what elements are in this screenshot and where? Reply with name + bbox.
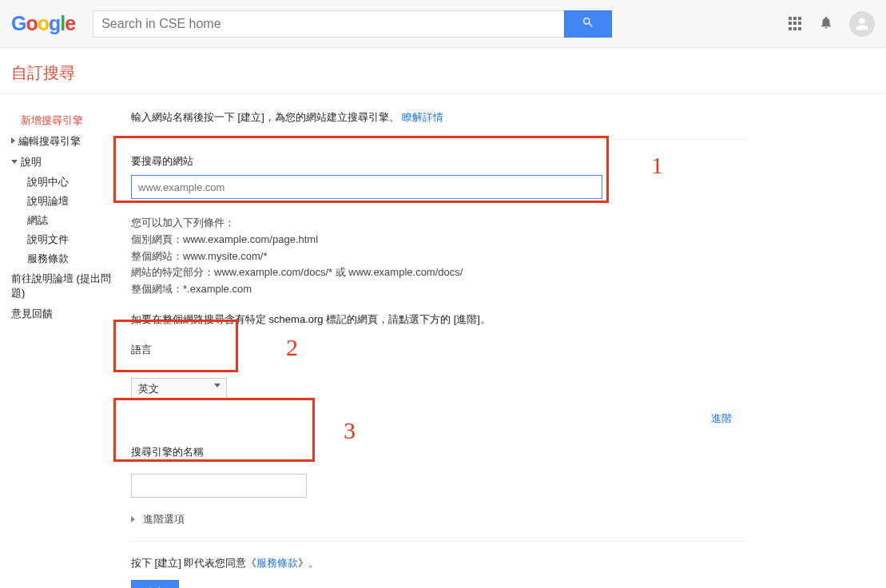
name-input[interactable] [131, 474, 307, 498]
language-label: 語言 [131, 343, 748, 357]
search-icon [582, 16, 594, 31]
intro: 輸入網站名稱後按一下 [建立]，為您的網站建立搜尋引擎。 瞭解詳情 [131, 110, 748, 125]
notifications-icon[interactable] [819, 15, 833, 32]
advanced-link[interactable]: 進階 [711, 411, 732, 426]
main: 輸入網站名稱後按一下 [建立]，為您的網站建立搜尋引擎。 瞭解詳情 要搜尋的網站… [120, 94, 759, 588]
annotation-num-2: 2 [286, 334, 298, 361]
condition-2: 網站的特定部分：www.example.com/docs/* 或 www.exa… [131, 264, 748, 281]
tos-line: 按下 [建立] 即代表您同意《服務條款》。 [131, 556, 748, 570]
header-right [789, 11, 875, 37]
sites-input[interactable] [131, 175, 602, 199]
sidebar: 新增搜尋引擎 編輯搜尋引擎 說明 說明中心 說明論壇 網誌 說明文件 服務條款 … [0, 94, 120, 588]
condition-0: 個別網頁：www.example.com/page.html [131, 232, 748, 248]
annotation-num-1: 1 [651, 152, 663, 179]
sidebar-new-engine[interactable]: 新增搜尋引擎 [6, 110, 120, 131]
google-logo[interactable]: Google [11, 12, 75, 35]
sidebar-help-forum[interactable]: 說明論壇 [27, 192, 120, 211]
sidebar-help-center[interactable]: 說明中心 [27, 173, 120, 192]
conditions-block: 您可以加入下列條件： 個別網頁：www.example.com/page.htm… [131, 215, 748, 298]
intro-text: 輸入網站名稱後按一下 [建立]，為您的網站建立搜尋引擎。 [131, 111, 399, 123]
conditions-intro: 您可以加入下列條件： [131, 215, 748, 232]
apps-icon[interactable] [789, 17, 803, 31]
tos-link[interactable]: 服務條款 [256, 557, 298, 569]
advanced-options-toggle[interactable]: 進階選項 [131, 512, 748, 526]
sidebar-forum[interactable]: 前往說明論壇 (提出問題) [6, 268, 120, 304]
create-button[interactable]: 建立 [131, 580, 179, 588]
condition-1: 整個網站：www.mysite.com/* [131, 248, 748, 265]
page-title: 自訂搜尋 [0, 48, 886, 94]
sidebar-help[interactable]: 說明 [6, 152, 120, 173]
sidebar-blog[interactable]: 網誌 [27, 211, 120, 230]
header: Google [0, 0, 886, 48]
header-search [93, 10, 612, 38]
sidebar-feedback[interactable]: 意見回饋 [6, 304, 120, 324]
search-input[interactable] [93, 10, 564, 38]
annotation-num-3: 3 [344, 417, 356, 444]
sidebar-tos[interactable]: 服務條款 [27, 249, 120, 268]
condition-3: 整個網域：*.example.com [131, 281, 748, 298]
schema-note: 如要在整個網路搜尋含有特定 schema.org 標記的網頁，請點選下方的 [進… [131, 312, 748, 327]
avatar[interactable] [849, 11, 875, 37]
language-select[interactable]: 英文 [131, 378, 227, 400]
learn-more-link[interactable]: 瞭解詳情 [402, 111, 443, 123]
sidebar-docs[interactable]: 說明文件 [27, 230, 120, 249]
sidebar-edit-engine[interactable]: 編輯搜尋引擎 [6, 131, 120, 152]
search-button[interactable] [564, 10, 612, 38]
name-label: 搜尋引擎的名稱 [131, 445, 748, 459]
